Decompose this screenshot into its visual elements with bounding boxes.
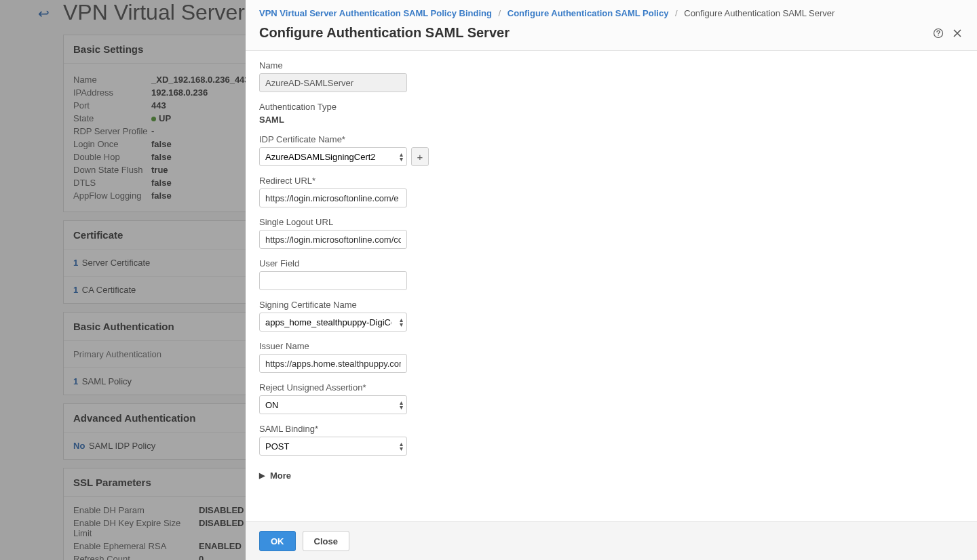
- slo-url-input[interactable]: [259, 230, 407, 249]
- breadcrumb-separator: /: [675, 8, 678, 18]
- slo-url-label: Single Logout URL: [259, 217, 963, 227]
- more-toggle[interactable]: ▶ More: [259, 465, 963, 483]
- breadcrumb-current: Configure Authentication SAML Server: [684, 8, 835, 18]
- modal-footer: OK Close: [246, 521, 977, 560]
- name-input[interactable]: [259, 73, 407, 92]
- more-label: More: [270, 471, 291, 481]
- signing-cert-select[interactable]: apps_home_stealthpuppy-DigiCe: [259, 313, 407, 332]
- signing-cert-label: Signing Certificate Name: [259, 300, 963, 310]
- user-field-label: User Field: [259, 258, 963, 268]
- issuer-name-label: Issuer Name: [259, 341, 963, 351]
- name-label: Name: [259, 60, 963, 71]
- add-idp-cert-button[interactable]: +: [411, 147, 429, 166]
- saml-binding-select[interactable]: POST: [259, 437, 407, 456]
- close-icon[interactable]: [951, 27, 963, 39]
- breadcrumb-link-policy[interactable]: Configure Authentication SAML Policy: [507, 8, 669, 18]
- modal-title: Configure Authentication SAML Server: [259, 25, 510, 41]
- idp-cert-label: IDP Certificate Name*: [259, 134, 963, 144]
- close-button[interactable]: Close: [303, 531, 349, 551]
- idp-cert-select[interactable]: AzureADSAMLSigningCert2: [259, 147, 407, 166]
- ok-button[interactable]: OK: [259, 531, 296, 551]
- caret-right-icon: ▶: [259, 471, 265, 480]
- breadcrumb-link-binding[interactable]: VPN Virtual Server Authentication SAML P…: [259, 8, 492, 18]
- configure-saml-server-modal: VPN Virtual Server Authentication SAML P…: [246, 0, 977, 560]
- auth-type-label: Authentication Type: [259, 102, 963, 112]
- reject-unsigned-label: Reject Unsigned Assertion*: [259, 382, 963, 393]
- redirect-url-input[interactable]: [259, 188, 407, 207]
- breadcrumb: VPN Virtual Server Authentication SAML P…: [246, 0, 977, 21]
- breadcrumb-separator: /: [499, 8, 501, 18]
- reject-unsigned-select[interactable]: ON: [259, 395, 407, 414]
- issuer-name-input[interactable]: [259, 354, 407, 373]
- modal-body: Name Authentication Type SAML IDP Certif…: [246, 51, 977, 521]
- auth-type-value: SAML: [259, 115, 963, 125]
- saml-binding-label: SAML Binding*: [259, 424, 963, 434]
- help-icon[interactable]: [932, 27, 944, 39]
- user-field-input[interactable]: [259, 271, 407, 290]
- redirect-url-label: Redirect URL*: [259, 176, 963, 186]
- svg-point-1: [938, 35, 938, 35]
- modal-header: VPN Virtual Server Authentication SAML P…: [246, 0, 977, 51]
